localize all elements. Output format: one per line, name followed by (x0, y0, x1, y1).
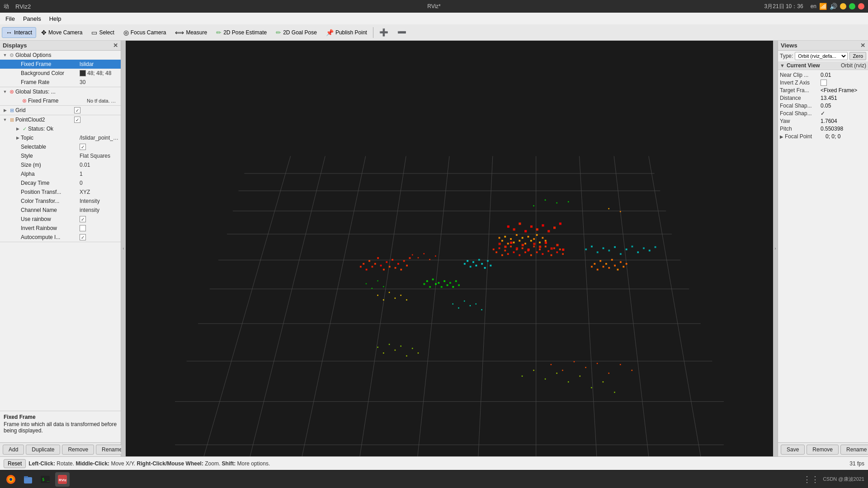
add-button[interactable]: Add (3, 445, 24, 455)
maximize-button[interactable] (849, 3, 855, 9)
invert-rainbow-row[interactable]: Invert Rainbow (0, 224, 121, 233)
svg-rect-36 (403, 260, 405, 262)
frame-rate-row[interactable]: Frame Rate 30 (0, 78, 121, 87)
svg-rect-168 (559, 223, 561, 225)
svg-rect-153 (626, 249, 627, 250)
menu-file[interactable]: File (2, 14, 19, 23)
file-manager-icon[interactable] (21, 472, 35, 487)
measure-button[interactable]: ⟺ Measure (171, 27, 211, 38)
statusbar: Reset Left-Click: Rotate. Middle-Click: … (0, 456, 868, 470)
svg-rect-151 (614, 246, 616, 248)
svg-rect-118 (383, 352, 384, 354)
position-transform-row[interactable]: Position Transf... XYZ (0, 188, 121, 197)
use-rainbow-row[interactable]: Use rainbow (0, 215, 121, 224)
views-close-icon[interactable]: ✕ (860, 42, 865, 49)
global-status-fixed-frame-row[interactable]: ⊗ Fixed Frame No tf data. Actual err... (0, 96, 121, 105)
grid-checkbox[interactable] (74, 107, 80, 113)
menu-panels[interactable]: Panels (19, 14, 45, 23)
grid-row[interactable]: ▶ ⊞ Grid (0, 106, 121, 115)
style-row[interactable]: Style Flat Squares (0, 151, 121, 160)
svg-rect-94 (464, 263, 466, 265)
current-view-expand-icon[interactable]: ▼ (780, 63, 785, 68)
goal-pose-button[interactable]: ✏ 2D Goal Pose (272, 27, 321, 38)
invert-z-checkbox[interactable] (821, 80, 827, 86)
svg-rect-188 (406, 299, 407, 300)
svg-rect-135 (504, 246, 506, 248)
menu-help[interactable]: Help (46, 14, 65, 23)
near-clip-label: Near Clip ... (780, 72, 821, 78)
svg-rect-25 (372, 266, 373, 267)
publish-point-button[interactable]: 📌 Publish Point (322, 27, 371, 38)
yaw-row: Yaw 1.7604 (780, 118, 866, 124)
expand-icon (14, 216, 21, 222)
topic-row[interactable]: ▶ Topic /lslidar_point_cloud (0, 133, 121, 142)
apps-grid-icon[interactable]: ⋮⋮ (803, 474, 819, 484)
focal-point-expand-icon[interactable]: ▶ (780, 134, 783, 139)
global-status-row[interactable]: ▼ ⊗ Global Status: ... (0, 87, 121, 96)
svg-rect-48 (519, 254, 520, 256)
view-zero-button[interactable]: Zero (849, 52, 866, 60)
left-collapse-handle[interactable]: ‹ (121, 41, 126, 456)
invert-rainbow-value (80, 225, 119, 231)
remove-display-button[interactable]: ➖ (393, 26, 410, 38)
color-transform-row[interactable]: Color Transfor... Intensity (0, 197, 121, 206)
select-button[interactable]: ▭ Select (87, 27, 118, 38)
expand-icon (14, 207, 21, 213)
rviz-taskbar-icon[interactable]: RViz (55, 472, 70, 487)
alpha-row[interactable]: Alpha 1 (0, 169, 121, 178)
selectable-checkbox[interactable] (80, 144, 86, 150)
invert-rainbow-checkbox[interactable] (80, 225, 86, 231)
svg-rect-61 (556, 251, 558, 253)
autocompute-checkbox[interactable] (80, 234, 86, 240)
background-color-row[interactable]: Background Color 48; 48; 48 (0, 69, 121, 78)
size-row[interactable]: Size (m) 0.01 (0, 160, 121, 169)
remove-view-button[interactable]: Remove (807, 445, 839, 455)
svg-rect-44 (507, 253, 509, 255)
firefox-icon[interactable] (4, 472, 18, 487)
move-camera-icon: ✥ (41, 29, 47, 36)
displays-close-icon[interactable]: ✕ (113, 42, 118, 49)
view-type-select[interactable]: Orbit (rviz_defa... (795, 52, 848, 60)
distance-row: Distance 13.451 (780, 95, 866, 101)
svg-rect-124 (418, 352, 419, 354)
svg-rect-57 (545, 246, 547, 248)
move-camera-button[interactable]: ✥ Move Camera (37, 27, 86, 38)
close-button[interactable] (858, 3, 864, 9)
pose-estimate-button[interactable]: ✏ 2D Pose Estimate (212, 27, 271, 38)
decay-time-row[interactable]: Decay Time 0 (0, 178, 121, 188)
frame-rate-value: 30 (80, 79, 119, 85)
add-display-button[interactable]: ➕ (375, 26, 392, 38)
minimize-button[interactable] (840, 3, 846, 9)
remove-button[interactable]: Remove (62, 445, 94, 455)
right-collapse-handle[interactable]: › (773, 41, 778, 456)
save-button[interactable]: Save (781, 445, 805, 455)
displays-buttons: Add Duplicate Remove Rename (0, 442, 121, 456)
app-activity-label: 动 (4, 3, 9, 10)
svg-rect-166 (547, 230, 550, 232)
svg-rect-176 (562, 370, 563, 371)
autocompute-row[interactable]: Autocompute I... (0, 233, 121, 242)
channel-name-row[interactable]: Channel Name intensity (0, 206, 121, 215)
focus-camera-label: Focus Camera (131, 29, 166, 36)
terminal-icon[interactable]: $ _ (38, 472, 52, 487)
svg-rect-192 (383, 286, 384, 287)
focus-camera-button[interactable]: ◎ Focus Camera (119, 27, 170, 38)
svg-rect-90 (449, 282, 451, 284)
status-ok-row[interactable]: ▶ ✓ Status: Ok (0, 124, 121, 133)
rename-view-button[interactable]: Rename (840, 445, 868, 455)
svg-rect-173 (620, 211, 621, 212)
svg-rect-196 (470, 305, 471, 306)
duplicate-button[interactable]: Duplicate (26, 445, 60, 455)
3d-viewport[interactable] (126, 41, 773, 456)
pointcloud2-checkbox[interactable] (74, 117, 80, 123)
svg-rect-190 (372, 288, 373, 289)
global-options-row[interactable]: ▼ ⚙ Global Options (0, 51, 121, 60)
pointcloud2-row[interactable]: ▼ ⊞ PointCloud2 (0, 115, 121, 124)
interact-button[interactable]: ↔ Interact (2, 27, 36, 38)
fixed-frame-row[interactable]: Fixed Frame lslidar (0, 60, 121, 69)
selectable-row[interactable]: Selectable (0, 142, 121, 151)
svg-rect-27 (377, 257, 379, 259)
reset-button[interactable]: Reset (4, 459, 26, 468)
expand-icon (14, 234, 21, 240)
use-rainbow-checkbox[interactable] (80, 216, 86, 222)
